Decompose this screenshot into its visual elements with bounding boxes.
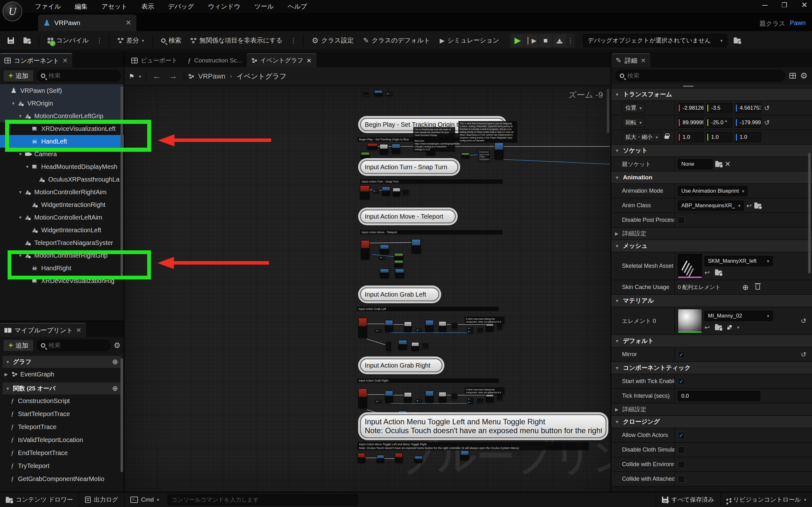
folder-search-icon[interactable] [715, 162, 722, 167]
vector-y-field[interactable]: -3.5 [706, 103, 732, 113]
graph-node[interactable] [358, 318, 367, 337]
checkbox-collide-with-environment[interactable] [678, 461, 685, 468]
parent-class-link[interactable]: Pawn [790, 19, 806, 28]
add-element-icon[interactable]: ⊕ [742, 283, 749, 292]
close-icon[interactable]: ✕ [62, 57, 68, 64]
close-icon[interactable]: ✕ [306, 57, 311, 64]
graph-node[interactable] [404, 392, 412, 402]
menu-item-2[interactable]: アセット [101, 2, 128, 11]
advanced-row--[interactable]: ▶詳細設定 [611, 228, 812, 240]
section-header-animation[interactable]: ▼Animation [611, 171, 812, 184]
graph-node[interactable] [394, 260, 403, 267]
graph-node[interactable] [393, 188, 400, 196]
display-filter-icon[interactable] [790, 73, 796, 78]
use-selected-icon[interactable]: ↩ [705, 269, 710, 276]
hide-unrelated-button[interactable]: 無関係な項目を非表示にする [188, 34, 286, 47]
checkbox-start-with-tick-enabled[interactable]: ✓ [678, 378, 685, 385]
vector-z-field[interactable]: 1.0 [735, 132, 761, 142]
reset-icon[interactable]: ↺ [764, 119, 772, 126]
graph-node[interactable] [467, 401, 473, 404]
debug-browse-button[interactable] [730, 35, 744, 46]
class-defaults-button[interactable]: ✎ クラスのデフォルト [360, 34, 434, 47]
asset-thumbnail[interactable] [678, 254, 702, 278]
close-button[interactable]: ✕ [801, 1, 808, 9]
graph-node[interactable] [395, 453, 403, 463]
play-button[interactable]: ▶ [511, 34, 524, 47]
function-item-tryteleport[interactable]: ƒTryTeleport [0, 459, 124, 472]
reset-icon[interactable]: ↺ [801, 317, 809, 325]
event-graph-item[interactable]: ▶ EventGraph [0, 368, 124, 381]
gear-icon[interactable]: ⚙ [800, 72, 808, 79]
graph-node[interactable] [425, 391, 434, 402]
forward-button[interactable]: → [167, 71, 179, 81]
graph-node[interactable] [392, 144, 400, 154]
compile-options-icon[interactable]: ⋮ [95, 37, 104, 44]
graph-node[interactable] [451, 323, 458, 329]
graph-node[interactable] [372, 189, 379, 193]
save-button[interactable] [4, 35, 17, 46]
my-blueprint-tab[interactable]: マイブループリント ✕ [0, 323, 86, 337]
menu-item-6[interactable]: ツール [254, 2, 274, 11]
menu-item-7[interactable]: ヘルプ [288, 2, 307, 11]
details-search[interactable] [616, 70, 785, 81]
value-dropdown[interactable]: Use Animation Blueprint▾ [678, 186, 748, 196]
folder-search-icon[interactable] [715, 271, 722, 275]
checker-icon[interactable] [727, 325, 732, 330]
vector-axis-dropdown[interactable]: 位置▾ [622, 103, 645, 113]
breadcrumb-current[interactable]: イベントグラフ [237, 72, 287, 81]
vector-x-field[interactable]: 89.99999 [678, 118, 704, 128]
graph-node[interactable] [415, 399, 422, 402]
add-blueprint-item-button[interactable]: +追加 [3, 339, 34, 351]
menu-item-1[interactable]: 編集 [75, 2, 88, 11]
function-item-teleporttrace[interactable]: ƒTeleportTrace [0, 420, 124, 434]
tree-item-motioncontrollerleftaim[interactable]: ▼MotionControllerLeftAim [0, 211, 124, 224]
my-blueprint-scrollbar[interactable] [120, 358, 123, 472]
graph-node[interactable] [477, 398, 484, 403]
graph-node[interactable] [380, 269, 389, 278]
graph-section-header[interactable]: ▼ グラフ ⊕ [3, 356, 121, 368]
section-header--[interactable]: ▼コンポーネントティック [611, 362, 812, 374]
graph-node[interactable] [382, 187, 390, 195]
components-search-input[interactable] [49, 72, 116, 79]
comment-bubble-3[interactable]: Input Action Grab Left [360, 287, 439, 301]
section-header--[interactable]: ▼メッシュ [611, 240, 812, 252]
graph-node[interactable] [451, 393, 458, 400]
graph-node[interactable] [425, 320, 434, 332]
checkbox-disable-post-process-blu-[interactable] [678, 217, 685, 224]
graph-node[interactable] [362, 91, 370, 96]
output-log-button[interactable]: 出力ログ [79, 493, 124, 507]
close-icon[interactable]: ✕ [641, 57, 646, 64]
my-blueprint-search[interactable] [37, 340, 110, 351]
simulation-button[interactable]: ▶ シミュレーション [437, 34, 502, 47]
vector-x-field[interactable]: 1.0 [678, 132, 704, 142]
browse-asset-button[interactable] [20, 35, 34, 46]
graph-node[interactable] [415, 456, 422, 463]
clear-icon[interactable]: ✕ [725, 160, 730, 168]
vector-y-field[interactable]: -25.0 ° [706, 118, 732, 128]
vector-z-field[interactable]: 4.561753 [735, 103, 761, 113]
chevron-right-icon[interactable]: ▶ [4, 372, 9, 377]
graph-node[interactable] [358, 453, 365, 463]
bookmark-icon[interactable]: ⚑ [129, 72, 135, 80]
add-component-button[interactable]: +追加 [3, 70, 34, 82]
asset-thumbnail[interactable] [678, 309, 702, 333]
graph-node[interactable] [415, 329, 422, 331]
details-scrollbar[interactable] [808, 153, 811, 274]
input-tick-interval-secs-[interactable]: 0.0 [678, 391, 760, 401]
graph-node[interactable] [467, 327, 473, 330]
add-graph-icon[interactable]: ⊕ [112, 358, 118, 366]
menu-item-0[interactable]: ファイル [35, 2, 61, 11]
section-header--[interactable]: ▼トランスフォーム [611, 89, 812, 101]
restore-button[interactable]: ❐ [781, 1, 787, 9]
checkbox-disable-cloth-simulation[interactable] [678, 447, 685, 453]
section-header--[interactable]: ▼ソケット [611, 145, 812, 157]
components-scrollbar[interactable] [120, 87, 123, 277]
play-options-icon[interactable]: ⋮ [567, 34, 573, 47]
comment-bubble-1[interactable]: Input Action Turn - Snap Turn [360, 160, 458, 174]
vector-axis-dropdown[interactable]: 回転▾ [622, 118, 645, 128]
delete-icon[interactable] [756, 285, 760, 290]
gear-icon[interactable]: ⚙ [113, 342, 120, 349]
cmd-dropdown[interactable]: >_ Cmd▾ [125, 493, 165, 507]
asset-tab-vrpawn[interactable]: ♟ VRPawn ✕ [38, 14, 136, 31]
tree-item-teleporttraceniagarasyster[interactable]: TeleportTraceNiagaraSyster [0, 236, 124, 249]
